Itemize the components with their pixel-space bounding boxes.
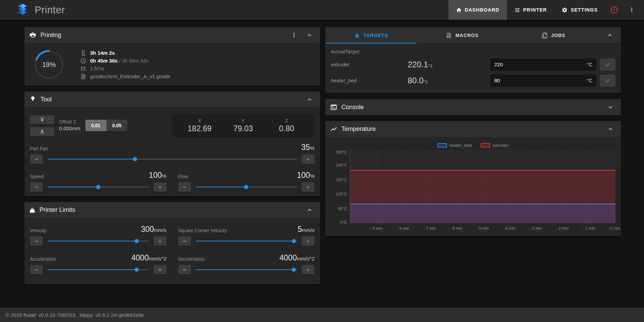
printing-collapse-button[interactable] <box>304 30 315 41</box>
axis-z-value: 0.80 <box>265 124 308 133</box>
tab-targets[interactable]: TARGETS <box>325 27 417 43</box>
tab-macros[interactable]: MACROS <box>417 27 508 43</box>
scv-slider-thumb[interactable] <box>292 239 296 243</box>
scv-block: Square Corner Velocity 5mm/s <box>178 224 315 247</box>
heater-name: extruder <box>331 62 408 67</box>
z-offset-down-button[interactable] <box>30 127 54 136</box>
acceleration-decrease-button[interactable] <box>30 265 43 274</box>
z-step-001-button[interactable]: 0.01 <box>85 120 106 131</box>
left-column: Printing 19% <box>24 27 320 290</box>
speed-label: Speed <box>30 174 44 179</box>
part-fan-value: 35 <box>301 143 310 152</box>
scv-label: Square Corner Velocity <box>178 228 227 233</box>
velocity-increase-button[interactable] <box>154 236 167 246</box>
acceleration-increase-button[interactable] <box>154 265 167 274</box>
print-time-row: 3h 14m 2s <box>80 50 170 56</box>
velocity-slider-thumb[interactable] <box>135 239 139 243</box>
flow-slider-thumb[interactable] <box>244 185 248 189</box>
hourglass-icon <box>80 50 86 56</box>
extruder-target-input[interactable] <box>494 62 587 67</box>
part-fan-increase-button[interactable] <box>302 154 315 164</box>
velocity-label: Velocity <box>30 228 46 233</box>
chart-line-icon <box>330 125 337 133</box>
printer-alert-button[interactable] <box>605 0 623 20</box>
deceleration-slider-thumb[interactable] <box>292 268 296 272</box>
limits-collapse-button[interactable] <box>304 204 315 216</box>
minus-icon <box>182 184 187 190</box>
acceleration-slider-thumb[interactable] <box>135 268 139 272</box>
line-spacing-icon <box>80 66 86 72</box>
minus-icon <box>34 238 39 244</box>
plus-icon <box>305 156 311 162</box>
speed-decrease-button[interactable] <box>30 182 43 192</box>
chart-y-axis: 300°C 240°C 180°C 120°C 60°C 0°C <box>331 151 350 223</box>
deceleration-value: 4000 <box>279 253 297 262</box>
part-fan-slider[interactable] <box>48 156 297 163</box>
console-header[interactable]: Console <box>325 99 621 115</box>
printing-card-title: Printing <box>40 32 284 39</box>
part-fan-label: Part Fan <box>30 146 48 151</box>
speed-slider-thumb[interactable] <box>96 185 100 189</box>
scv-decrease-button[interactable] <box>178 236 191 246</box>
nav-settings[interactable]: SETTINGS <box>554 0 605 20</box>
bed-apply-button[interactable] <box>600 74 615 87</box>
tool-collapse-button[interactable] <box>304 94 315 105</box>
scv-increase-button[interactable] <box>302 236 315 246</box>
minus-icon <box>182 238 187 244</box>
heater-bed-area <box>350 204 615 223</box>
console-card: Console <box>325 99 621 115</box>
nav-printer[interactable]: PRINTER <box>507 0 555 20</box>
temperature-collapse-button[interactable] <box>605 123 616 135</box>
z-step-005-button[interactable]: 0.05 <box>106 120 128 131</box>
arrow-collapse-down-icon <box>39 129 45 134</box>
bed-target-input[interactable] <box>494 78 587 83</box>
flow-increase-button[interactable] <box>302 182 315 192</box>
part-fan-decrease-button[interactable] <box>30 154 43 164</box>
extruder-target-unit: °C <box>587 62 592 67</box>
velocity-value: 300 <box>141 225 154 234</box>
speed-increase-button[interactable] <box>154 182 167 192</box>
deceleration-increase-button[interactable] <box>302 265 315 274</box>
printing-card-header: Printing <box>24 27 320 44</box>
targets-collapse-button[interactable] <box>599 27 621 43</box>
z-offset-value: 0.000mm <box>59 125 81 132</box>
speed-slider[interactable] <box>48 184 149 190</box>
chevron-down-icon <box>607 104 614 111</box>
nav-printer-label: PRINTER <box>523 7 547 13</box>
overflow-menu-button[interactable] <box>623 0 641 20</box>
temperature-body: heater_bed extruder 300°C 240°C 180°C 12… <box>325 137 621 236</box>
printing-menu-button[interactable] <box>288 30 300 41</box>
chevron-up-icon <box>306 96 313 103</box>
printing-card-body: 19% 3h 14m 2s 0h 45m 30s / 3h 59m 33s <box>24 44 320 86</box>
plus-icon <box>305 184 311 190</box>
heaters-table: Actual Target extruder 220.1°c °C <box>325 44 621 93</box>
extruder-apply-button[interactable] <box>600 58 615 71</box>
part-fan-slider-thumb[interactable] <box>133 157 137 161</box>
footer: © 2020 fluidd: v0.0.10-7091f23 , klippy:… <box>0 308 644 322</box>
velocity-decrease-button[interactable] <box>30 236 43 246</box>
z-offset-up-button[interactable] <box>30 115 54 124</box>
chevron-up-icon <box>306 32 313 39</box>
deceleration-decrease-button[interactable] <box>178 265 191 274</box>
flow-decrease-button[interactable] <box>178 182 191 192</box>
tool-card: Tool Offset Z <box>24 91 320 196</box>
axis-x-value: 182.69 <box>178 124 221 133</box>
velocity-slider[interactable] <box>48 238 149 244</box>
filament-row: 1.57m <box>80 66 170 72</box>
console-expand-button[interactable] <box>605 101 616 113</box>
z-offset-label: Offset Z <box>59 119 81 125</box>
legend-heater-bed[interactable]: heater_bed <box>438 143 472 148</box>
legend-extruder[interactable]: extruder <box>481 143 509 148</box>
tab-jobs[interactable]: JOBS <box>508 27 599 43</box>
flow-slider[interactable] <box>196 184 297 190</box>
scv-slider[interactable] <box>196 238 297 244</box>
chart-plot-area[interactable] <box>350 151 615 223</box>
brand[interactable]: Printer <box>0 0 65 20</box>
deceleration-slider[interactable] <box>196 266 297 273</box>
axis-y: Y 79.03 <box>221 118 265 133</box>
acceleration-value: 4000 <box>131 253 149 262</box>
nav-settings-label: SETTINGS <box>571 7 598 13</box>
axis-y-label: Y <box>221 118 265 123</box>
nav-dashboard[interactable]: DASHBOARD <box>448 0 507 20</box>
acceleration-slider[interactable] <box>48 266 149 273</box>
